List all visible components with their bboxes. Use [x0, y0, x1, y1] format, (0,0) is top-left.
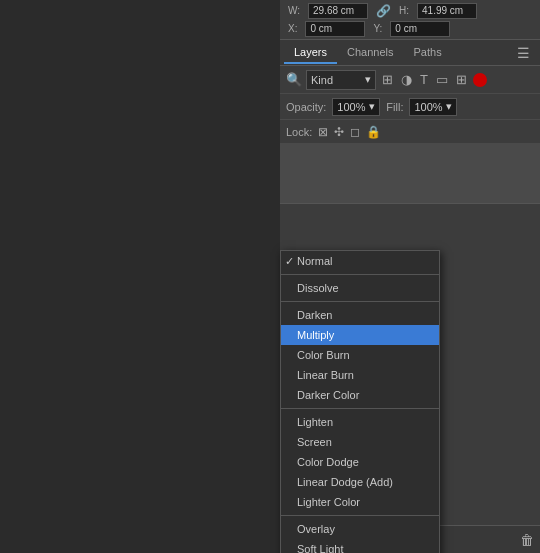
kind-dropdown[interactable]: Kind ▾ [306, 70, 376, 90]
lock-move-icon[interactable]: ✣ [334, 125, 344, 139]
x-label: X: [288, 23, 297, 34]
blend-item-color-dodge[interactable]: Color Dodge [281, 452, 439, 472]
y-label: Y: [373, 23, 382, 34]
fill-label: Fill: [386, 101, 403, 113]
tabs-bar: Layers Channels Paths ☰ [280, 40, 540, 66]
blend-separator [281, 274, 439, 275]
height-input[interactable]: 41.99 cm [417, 3, 477, 19]
tab-channels[interactable]: Channels [337, 42, 403, 64]
height-label: H: [399, 5, 409, 16]
blend-item-lighter-color[interactable]: Lighter Color [281, 492, 439, 512]
search-icon: 🔍 [286, 72, 302, 87]
y-input[interactable]: 0 cm [390, 21, 450, 37]
shape-filter-icon[interactable]: ▭ [434, 72, 450, 87]
blend-item-soft-light[interactable]: Soft Light [281, 539, 439, 553]
width-input[interactable]: 29.68 cm [308, 3, 368, 19]
lock-all-icon[interactable]: 🔒 [366, 125, 381, 139]
blend-item-darken[interactable]: Darken [281, 305, 439, 325]
opacity-label: Opacity: [286, 101, 326, 113]
smart-filter-icon[interactable]: ⊞ [454, 72, 469, 87]
blend-item-multiply[interactable]: Multiply [281, 325, 439, 345]
blend-item-color-burn[interactable]: Color Burn [281, 345, 439, 365]
opacity-row: Opacity: 100% ▾ Fill: 100% ▾ [280, 94, 540, 120]
tab-layers[interactable]: Layers [284, 42, 337, 64]
blend-item-overlay[interactable]: Overlay [281, 519, 439, 539]
text-filter-icon[interactable]: T [418, 72, 430, 87]
layer-thumbnail-area [280, 144, 540, 204]
blend-separator [281, 301, 439, 302]
opacity-input[interactable]: 100% ▾ [332, 98, 380, 116]
lock-pixels-icon[interactable]: ⊠ [318, 125, 328, 139]
lock-label: Lock: [286, 126, 312, 138]
adjust-filter-icon[interactable]: ◑ [399, 72, 414, 87]
blend-item-linear-dodge-(add)[interactable]: Linear Dodge (Add) [281, 472, 439, 492]
blend-separator [281, 515, 439, 516]
delete-layer-icon[interactable]: 🗑 [520, 532, 534, 548]
x-input[interactable]: 0 cm [305, 21, 365, 37]
lock-artboard-icon[interactable]: ◻ [350, 125, 360, 139]
left-panel [0, 0, 280, 553]
blend-item-linear-burn[interactable]: Linear Burn [281, 365, 439, 385]
pixel-filter-icon[interactable]: ⊞ [380, 72, 395, 87]
tabs-menu-icon[interactable]: ☰ [511, 45, 536, 61]
lock-row: Lock: ⊠ ✣ ◻ 🔒 [280, 120, 540, 144]
blend-item-darker-color[interactable]: Darker Color [281, 385, 439, 405]
filter-bar: 🔍 Kind ▾ ⊞ ◑ T ▭ ⊞ [280, 66, 540, 94]
blend-item-screen[interactable]: Screen [281, 432, 439, 452]
width-label: W: [288, 5, 300, 16]
blend-item-lighten[interactable]: Lighten [281, 412, 439, 432]
blend-item-dissolve[interactable]: Dissolve [281, 278, 439, 298]
tab-paths[interactable]: Paths [404, 42, 452, 64]
blend-item-normal[interactable]: Normal [281, 251, 439, 271]
filter-active-indicator[interactable] [473, 73, 487, 87]
blend-mode-dropdown[interactable]: NormalDissolveDarkenMultiplyColor BurnLi… [280, 250, 440, 553]
link-icon: 🔗 [376, 4, 391, 18]
top-panel: W: 29.68 cm 🔗 H: 41.99 cm X: 0 cm Y: 0 c… [280, 0, 540, 40]
fill-input[interactable]: 100% ▾ [409, 98, 457, 116]
blend-separator [281, 408, 439, 409]
